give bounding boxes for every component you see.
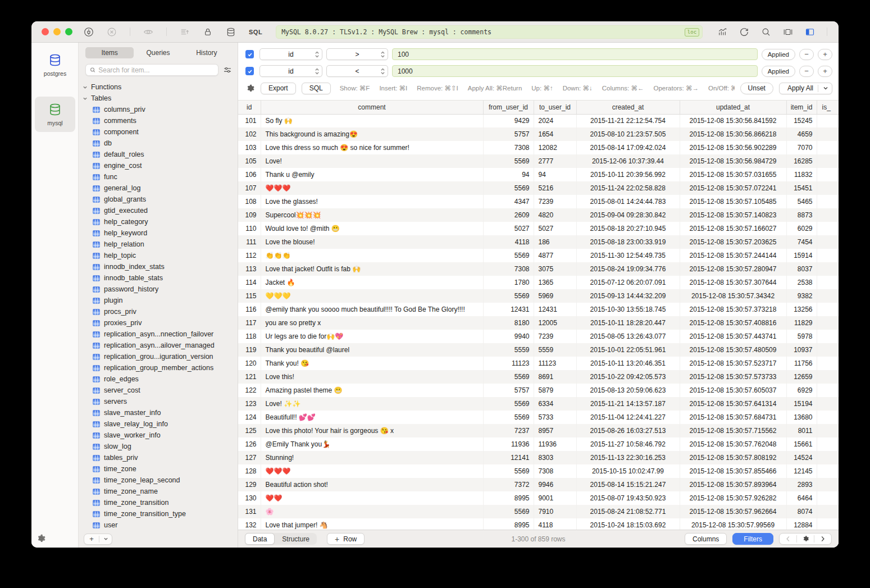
table-cell[interactable]: 11832 xyxy=(786,168,817,181)
table-cell[interactable]: 2015-12-08 15:30:57.443741 xyxy=(680,330,786,343)
table-cell[interactable]: 2015-11-24 22:02:58.828 xyxy=(576,181,680,195)
table-cell[interactable]: 15245 xyxy=(786,114,817,127)
table-row[interactable]: 107❤️❤️❤️556952162015-11-24 22:02:58.828… xyxy=(238,181,839,195)
table-cell[interactable]: 2015-08-24 21:08:52.771 xyxy=(576,505,680,518)
table-cell[interactable]: 2015-12-08 15:30:57.408816 xyxy=(680,316,786,330)
table-cell[interactable]: 2015-09-13 14:44:32.209 xyxy=(576,289,680,303)
table-cell[interactable]: Ur legs are to die for🙌💖 xyxy=(261,330,483,343)
filter-tune-icon[interactable] xyxy=(223,66,232,75)
table-row[interactable]: 103Love this dress so much 😍 so nice for… xyxy=(238,141,839,154)
table-cell[interactable]: Love this photo! Your hair is gorgeous 😘… xyxy=(261,424,483,437)
table-cell[interactable]: 5569 xyxy=(483,370,534,384)
table-cell[interactable]: 14524 xyxy=(786,451,817,464)
table-cell[interactable] xyxy=(817,289,839,303)
table-cell[interactable]: Love that jumper! 🐴 xyxy=(261,518,483,530)
table-cell[interactable]: 5216 xyxy=(534,181,576,195)
table-row[interactable]: 117you are so pretty x8180120052015-10-1… xyxy=(238,316,839,330)
filter-value-input[interactable]: 1000 xyxy=(392,65,758,77)
table-cell[interactable]: 2015-12-06 10:37:39.44 xyxy=(576,154,680,168)
table-row[interactable]: 125Love this photo! Your hair is gorgeou… xyxy=(238,424,839,437)
zoom-window-button[interactable] xyxy=(65,28,72,35)
table-cell[interactable]: 🌸 xyxy=(261,505,483,518)
table-cell[interactable]: @Emily Thank you💃 xyxy=(261,437,483,451)
table-cell[interactable] xyxy=(817,437,839,451)
table-cell[interactable]: 106 xyxy=(238,168,261,181)
table-cell[interactable]: 94 xyxy=(483,168,534,181)
table-cell[interactable]: 12884 xyxy=(786,518,817,530)
table-cell[interactable]: 94 xyxy=(534,168,576,181)
sidebar-table-item[interactable]: user xyxy=(79,519,238,531)
sidebar-table-item[interactable]: time_zone_transition xyxy=(79,497,238,508)
table-row[interactable]: 123Love! ✨✨556963342015-11-21 14:13:57.1… xyxy=(238,397,839,411)
table-cell[interactable]: Jacket 🔥 xyxy=(261,276,483,289)
table-cell[interactable]: 2015-09-04 09:28:30.842 xyxy=(576,208,680,222)
table-cell[interactable]: 7454 xyxy=(786,235,817,249)
table-cell[interactable]: 2015-08-26 16:03:27.513 xyxy=(576,424,680,437)
table-cell[interactable]: 2015-10-30 13:55:18.745 xyxy=(576,303,680,316)
table-row[interactable]: 119Thank you beautiful @laurel5559555920… xyxy=(238,343,839,357)
table-cell[interactable]: 2015-12-08 15:30:57.762048 xyxy=(680,437,786,451)
table-cell[interactable]: 2015-12-08 15:30:57.105485 xyxy=(680,195,786,208)
table-cell[interactable]: 7239 xyxy=(534,195,576,208)
table-cell[interactable]: 12145 xyxy=(786,464,817,478)
structure-tab[interactable]: Structure xyxy=(275,535,317,543)
table-cell[interactable]: 112 xyxy=(238,249,261,262)
sidebar-table-item[interactable]: server_cost xyxy=(79,385,238,396)
table-cell[interactable]: Thank you! 😘 xyxy=(261,357,483,370)
connect-icon[interactable] xyxy=(84,27,94,37)
table-cell[interactable]: 5027 xyxy=(483,222,534,235)
table-row[interactable]: 111Love the blouse!41181862015-08-18 23:… xyxy=(238,235,839,249)
table-cell[interactable]: 2015-08-14 15:15:21.247 xyxy=(576,478,680,491)
tab-history[interactable]: History xyxy=(183,47,231,58)
table-cell[interactable]: 6464 xyxy=(786,491,817,505)
table-cell[interactable]: 5733 xyxy=(534,411,576,424)
table-cell[interactable]: 125 xyxy=(238,424,261,437)
table-cell[interactable] xyxy=(817,518,839,530)
table-cell[interactable]: 1780 xyxy=(483,276,534,289)
table-cell[interactable]: 👏👏👏 xyxy=(261,249,483,262)
table-cell[interactable]: 2015-12-08 15:30:57.031655 xyxy=(680,168,786,181)
table-cell[interactable]: 12005 xyxy=(534,316,576,330)
table-row[interactable]: 116@emily thank you soooo much beautiful… xyxy=(238,303,839,316)
filter-column-select[interactable]: id xyxy=(259,65,322,77)
filter-applied-button[interactable]: Applied xyxy=(762,66,795,77)
table-cell[interactable]: 7308 xyxy=(534,464,576,478)
table-cell[interactable] xyxy=(817,451,839,464)
column-header-id[interactable]: id xyxy=(238,101,261,114)
table-cell[interactable]: 7308 xyxy=(483,141,534,154)
sidebar-table-item[interactable]: replication_group_member_actions xyxy=(79,362,238,373)
eye-icon[interactable] xyxy=(143,27,153,37)
search-input[interactable] xyxy=(98,66,214,74)
table-cell[interactable]: 7239 xyxy=(534,330,576,343)
table-cell[interactable]: 120 xyxy=(238,357,261,370)
table-cell[interactable]: 2015-12-08 15:30:57.962664 xyxy=(680,505,786,518)
table-cell[interactable]: 2015-12-08 15:30:56.841592 xyxy=(680,114,786,127)
table-row[interactable]: 106Thank u @emily94942015-10-11 20:39:56… xyxy=(238,168,839,181)
sidebar-table-item[interactable]: slave_master_info xyxy=(79,407,238,418)
column-header-to-user-id[interactable]: to_user_id xyxy=(534,101,576,114)
log-icon[interactable] xyxy=(180,27,190,37)
columns-button[interactable]: Columns xyxy=(685,533,727,545)
table-cell[interactable]: 2015-12-08 15:30:57.140823 xyxy=(680,208,786,222)
table-cell[interactable]: 132 xyxy=(238,518,261,530)
tab-items[interactable]: Items xyxy=(85,47,134,58)
table-cell[interactable]: 2015-07-12 06:20:07.091 xyxy=(576,276,680,289)
column-header-comment[interactable]: comment xyxy=(261,101,483,114)
table-cell[interactable]: 2538 xyxy=(786,276,817,289)
table-cell[interactable]: 5559 xyxy=(483,343,534,357)
table-cell[interactable]: 5757 xyxy=(483,384,534,397)
table-cell[interactable]: 2893 xyxy=(786,478,817,491)
close-window-button[interactable] xyxy=(42,28,49,35)
sidebar-table-item[interactable]: func xyxy=(79,171,238,183)
sidebar-table-item[interactable]: columns_priv xyxy=(79,104,238,115)
filter-enabled-checkbox[interactable] xyxy=(245,67,254,75)
table-cell[interactable]: 5465 xyxy=(786,195,817,208)
table-cell[interactable]: 111 xyxy=(238,235,261,249)
export-button[interactable]: Export xyxy=(261,83,296,94)
table-cell[interactable]: 2015-12-08 15:30:57.605037 xyxy=(680,384,786,397)
table-cell[interactable]: 2015-10-22 09:42:05.573 xyxy=(576,370,680,384)
table-cell[interactable]: 9940 xyxy=(483,330,534,343)
table-cell[interactable]: 2015-12-08 15:30:57.893964 xyxy=(680,478,786,491)
table-cell[interactable]: 2015-12-08 15:30:57.641314 xyxy=(680,397,786,411)
table-cell[interactable]: 12431 xyxy=(483,303,534,316)
